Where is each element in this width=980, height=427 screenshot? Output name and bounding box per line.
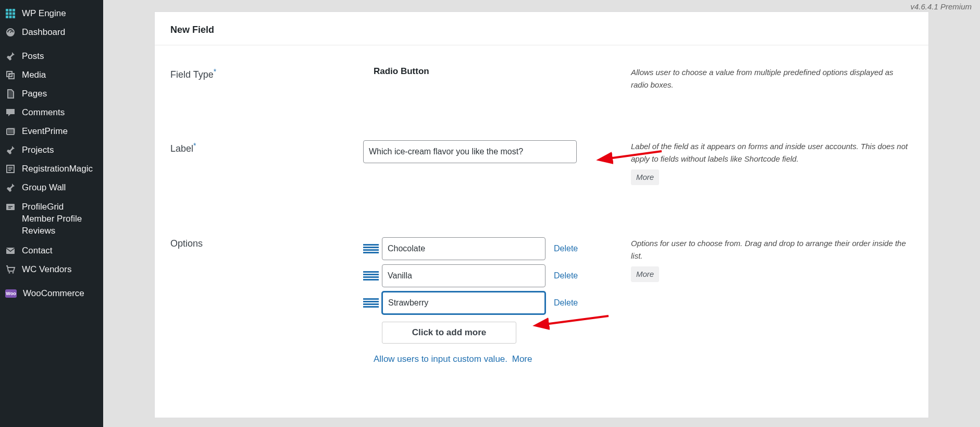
svg-rect-13: [6, 204, 15, 210]
svg-point-15: [9, 272, 10, 273]
cart-icon: [5, 264, 16, 275]
sidebar-item-wcvendors[interactable]: WC Vendors: [0, 260, 103, 279]
option-row: Delete: [363, 291, 629, 314]
field-type-value: Radio Button: [363, 66, 629, 77]
sidebar-item-projects[interactable]: Projects: [0, 141, 103, 160]
required-asterisk: *: [214, 67, 216, 76]
calendar-stack-icon: [5, 126, 16, 137]
sidebar-item-contact[interactable]: Contact: [0, 241, 103, 260]
admin-sidebar: WP Engine Dashboard Posts Media Pages Co…: [0, 0, 103, 427]
sidebar-item-registrationmagic[interactable]: RegistrationMagic: [0, 160, 103, 178]
field-type-label: Field Type: [170, 69, 214, 80]
svg-point-16: [13, 272, 14, 273]
sidebar-item-groupwall[interactable]: Group Wall: [0, 178, 103, 197]
sidebar-item-pages[interactable]: Pages: [0, 84, 103, 103]
panel-title: New Field: [170, 25, 913, 35]
sidebar-item-label: Posts: [22, 51, 44, 62]
wpengine-icon: [5, 8, 16, 19]
sidebar-item-label: Projects: [22, 145, 54, 155]
sidebar-item-label: WP Engine: [22, 8, 66, 19]
sidebar-item-label: Pages: [22, 89, 47, 99]
version-label: v4.6.4.1 Premium: [910, 2, 972, 11]
sidebar-item-label: Media: [22, 70, 46, 80]
media-icon: [5, 70, 16, 80]
sidebar-item-comments[interactable]: Comments: [0, 103, 103, 122]
sidebar-item-media[interactable]: Media: [0, 66, 103, 84]
option-row: Delete: [363, 264, 629, 287]
sidebar-item-eventprime[interactable]: EventPrime: [0, 122, 103, 141]
sidebar-item-wpengine[interactable]: WP Engine: [0, 4, 103, 23]
svg-rect-0: [6, 9, 8, 11]
gauge-icon: [5, 27, 16, 38]
custom-value-link[interactable]: Allow users to input custom value.: [374, 354, 507, 364]
svg-rect-5: [13, 13, 15, 15]
drag-handle-icon[interactable]: [363, 298, 379, 308]
sidebar-item-label: ProfileGrid Member Profile Reviews: [22, 201, 98, 237]
pin-icon: [5, 145, 16, 155]
svg-rect-14: [6, 248, 15, 254]
pin-icon: [5, 51, 16, 62]
row-options: Options Delete Delet: [170, 237, 913, 364]
svg-point-9: [9, 74, 11, 76]
woo-icon: Woo: [5, 289, 17, 298]
field-panel: New Field Field Type* Radio Button Allow…: [154, 11, 929, 418]
envelope-icon: [5, 246, 16, 256]
options-more-button[interactable]: More: [631, 266, 659, 282]
option-input-2[interactable]: [382, 264, 545, 287]
sidebar-item-posts[interactable]: Posts: [0, 47, 103, 66]
svg-rect-11: [8, 128, 15, 133]
field-type-help: Allows user to choose a value from multi…: [629, 66, 913, 91]
sidebar-item-woocommerce[interactable]: Woo WooCommerce: [0, 284, 103, 303]
sidebar-item-label: RegistrationMagic: [22, 164, 93, 174]
svg-rect-7: [9, 16, 12, 18]
options-help: Options for user to choose from. Drag an…: [631, 239, 906, 260]
sidebar-item-profilegrid[interactable]: ProfileGrid Member Profile Reviews: [0, 197, 103, 241]
option-row: Delete: [363, 237, 629, 260]
svg-rect-4: [9, 13, 12, 15]
sidebar-item-dashboard[interactable]: Dashboard: [0, 23, 103, 42]
review-box-icon: [5, 202, 16, 213]
svg-rect-2: [13, 9, 15, 11]
svg-rect-8: [13, 16, 15, 18]
required-asterisk: *: [193, 141, 196, 150]
label-help: Label of the field as it appears on form…: [631, 142, 908, 163]
sidebar-item-label: Comments: [22, 107, 65, 118]
drag-handle-icon[interactable]: [363, 244, 379, 253]
sidebar-item-label: Dashboard: [22, 27, 65, 38]
option-delete-link[interactable]: Delete: [554, 244, 578, 253]
comment-icon: [5, 107, 16, 118]
sidebar-item-label: WooCommerce: [23, 288, 84, 299]
sidebar-item-label: WC Vendors: [22, 264, 71, 275]
form-icon: [5, 164, 16, 174]
option-delete-link[interactable]: Delete: [554, 298, 578, 308]
option-input-1[interactable]: [382, 237, 545, 260]
label-more-button[interactable]: More: [631, 169, 659, 185]
sidebar-item-label: EventPrime: [22, 126, 68, 137]
option-input-3[interactable]: [382, 291, 545, 314]
pin-icon: [5, 182, 16, 193]
sidebar-item-label: Contact: [22, 246, 53, 256]
sidebar-item-label: Group Wall: [22, 182, 66, 193]
svg-rect-1: [9, 9, 12, 11]
drag-handle-icon[interactable]: [363, 271, 379, 280]
options-label: Options: [170, 238, 203, 249]
add-more-button[interactable]: Click to add more: [382, 322, 516, 344]
row-label: Label* Label of the field as it appears …: [170, 140, 913, 185]
content-area: v4.6.4.1 Premium New Field Field Type* R…: [103, 0, 980, 427]
label-input[interactable]: [363, 140, 577, 163]
custom-value-more-link[interactable]: More: [512, 354, 532, 364]
page-icon: [5, 89, 16, 99]
row-field-type: Field Type* Radio Button Allows user to …: [170, 66, 913, 91]
label-field-label: Label: [170, 143, 193, 154]
svg-rect-6: [6, 16, 8, 18]
svg-rect-3: [6, 13, 8, 15]
option-delete-link[interactable]: Delete: [554, 271, 578, 280]
